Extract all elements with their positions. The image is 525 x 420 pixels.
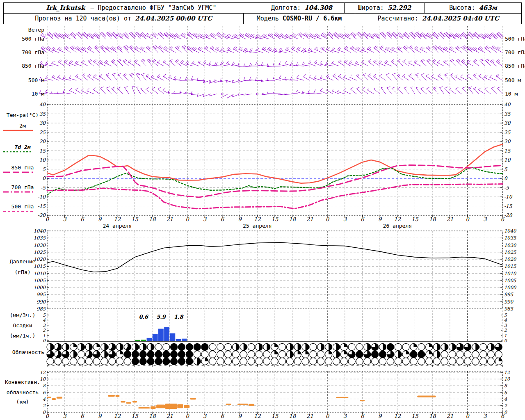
svg-text:6: 6	[361, 216, 365, 222]
svg-text:12: 12	[114, 413, 121, 419]
svg-text:9: 9	[98, 413, 102, 419]
svg-text:0: 0	[504, 338, 507, 343]
wind-level-500hpa-label-right: 500 гПа	[505, 36, 525, 42]
svg-text:0: 0	[326, 216, 330, 222]
conv-units-label: (км)	[1, 399, 44, 405]
legend-t2m-label: 2м	[1, 123, 44, 129]
svg-text:12: 12	[40, 370, 46, 375]
svg-text:1020: 1020	[504, 256, 517, 262]
svg-text:1005: 1005	[504, 278, 516, 283]
wind-level-700hpa-label-right: 700 гПа	[505, 50, 525, 55]
wind-level-500hpa-label: 500 гПа	[2, 36, 44, 42]
svg-text:3: 3	[483, 413, 487, 419]
svg-text:12: 12	[504, 370, 510, 375]
svg-text:0.6: 0.6	[139, 314, 149, 320]
svg-text:990: 990	[37, 299, 46, 305]
svg-text:-5: -5	[504, 185, 509, 191]
svg-text:4: 4	[504, 317, 507, 322]
svg-text:15: 15	[272, 216, 278, 222]
svg-text:-10: -10	[38, 194, 46, 200]
precip-3h-units-label: (мм/3ч.)	[1, 313, 44, 318]
svg-text:18: 18	[149, 216, 156, 222]
svg-text:1.8: 1.8	[174, 314, 184, 320]
svg-text:3: 3	[504, 323, 507, 328]
svg-text:3: 3	[343, 413, 347, 419]
svg-text:18: 18	[429, 216, 436, 222]
svg-text:40: 40	[504, 102, 511, 107]
wind-level-10m-label-right: 10 м	[505, 91, 518, 97]
svg-text:3: 3	[63, 216, 67, 222]
svg-text:12: 12	[394, 216, 401, 222]
svg-text:995: 995	[37, 292, 46, 297]
svg-text:21: 21	[306, 413, 313, 419]
svg-text:12: 12	[114, 216, 121, 222]
svg-text:0: 0	[326, 413, 330, 419]
svg-text:35: 35	[504, 111, 511, 117]
svg-text:15: 15	[504, 148, 511, 154]
svg-text:0: 0	[185, 216, 189, 222]
svg-text:1005: 1005	[34, 278, 46, 283]
svg-text:1000: 1000	[504, 285, 517, 290]
svg-text:12: 12	[394, 413, 401, 419]
svg-text:2: 2	[504, 328, 507, 333]
svg-text:15: 15	[411, 413, 418, 419]
svg-text:0: 0	[504, 410, 507, 415]
svg-text:1040: 1040	[34, 228, 46, 234]
svg-text:3: 3	[63, 413, 67, 419]
svg-text:1025: 1025	[504, 249, 516, 255]
svg-text:-10: -10	[504, 194, 513, 200]
legend-850-label: 850 гПа	[1, 165, 44, 171]
svg-text:9: 9	[98, 216, 102, 222]
svg-text:24 апреля: 24 апреля	[103, 223, 132, 229]
svg-text:3: 3	[203, 216, 207, 222]
svg-text:1000: 1000	[34, 285, 46, 290]
svg-text:1030: 1030	[504, 242, 517, 248]
svg-text:1025: 1025	[34, 249, 46, 255]
wind-level-850hpa-label: 850 гПа	[2, 63, 44, 69]
svg-text:4: 4	[43, 317, 46, 322]
conv-panel-label-2: облачность	[1, 390, 44, 395]
svg-text:20: 20	[39, 139, 46, 144]
svg-text:3: 3	[483, 216, 487, 222]
svg-text:995: 995	[504, 292, 514, 297]
svg-text:6: 6	[80, 216, 84, 222]
svg-text:6: 6	[80, 413, 84, 419]
svg-text:0: 0	[466, 216, 470, 222]
svg-text:2: 2	[43, 328, 46, 333]
svg-text:21: 21	[447, 413, 454, 419]
pressure-units-label: (гПа)	[1, 269, 44, 275]
legend-500-label: 500 гПа	[1, 204, 44, 210]
svg-text:18: 18	[429, 413, 436, 419]
svg-text:985: 985	[504, 306, 514, 312]
svg-text:6: 6	[221, 216, 225, 222]
svg-text:18: 18	[149, 413, 156, 419]
svg-text:0: 0	[42, 176, 46, 181]
svg-text:6: 6	[504, 390, 507, 395]
svg-text:10: 10	[504, 157, 511, 163]
svg-text:5: 5	[504, 313, 507, 317]
svg-text:9: 9	[238, 413, 242, 419]
legend-td2m-label: Td 2м	[1, 144, 44, 150]
svg-text:0: 0	[46, 216, 50, 222]
svg-text:30: 30	[504, 120, 511, 126]
svg-text:18: 18	[289, 413, 296, 419]
svg-text:0: 0	[504, 176, 508, 181]
wind-level-700hpa-label: 700 гПа	[2, 50, 44, 55]
svg-text:1035: 1035	[34, 235, 46, 241]
wind-panel-label: Ветер	[2, 27, 44, 33]
wind-level-850hpa-label-right: 850 гПа	[505, 63, 525, 69]
wind-level-10m-label: 10 м	[2, 91, 44, 97]
svg-text:0: 0	[185, 413, 189, 419]
svg-text:20: 20	[504, 139, 511, 144]
temp-panel-label: Тем-ра(°C)	[1, 112, 44, 118]
svg-text:40: 40	[39, 102, 46, 107]
svg-text:9: 9	[238, 216, 242, 222]
svg-text:0: 0	[466, 413, 470, 419]
svg-text:-20: -20	[38, 212, 46, 218]
meteogram-screen: Irk_Irkutsk — Предоставлено ФГБУ "ЗапСиб…	[0, 0, 525, 420]
wind-level-500m-label: 500 м	[2, 78, 44, 83]
svg-text:10: 10	[504, 377, 510, 382]
svg-text:21: 21	[447, 216, 454, 222]
svg-text:3: 3	[203, 413, 207, 419]
svg-text:6: 6	[221, 413, 225, 419]
